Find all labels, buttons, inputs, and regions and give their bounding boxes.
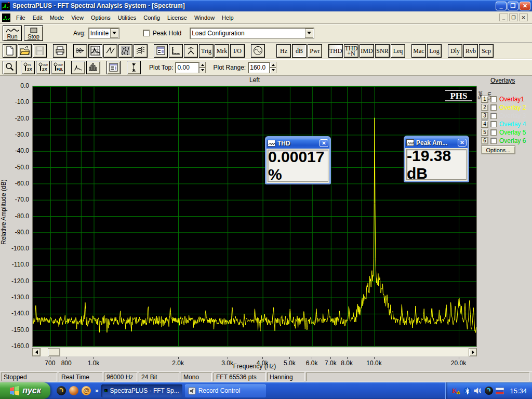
scp-button[interactable]: Scp xyxy=(479,44,494,58)
thd-n-button[interactable]: THD +N xyxy=(344,44,358,58)
peak-amplitude-window[interactable]: Peak Am... ✕ -19.38 dB xyxy=(404,136,469,182)
volume-icon[interactable] xyxy=(474,387,482,395)
scrollbar-thumb[interactable] xyxy=(48,348,60,356)
restore-button[interactable]: ❐ xyxy=(508,2,518,10)
db-button[interactable]: dB xyxy=(292,44,307,58)
scroll-left-button[interactable] xyxy=(32,348,41,356)
globe-icon[interactable] xyxy=(69,386,78,395)
line-plot-mode-button[interactable] xyxy=(71,61,85,74)
overlay-on-checkbox-6[interactable] xyxy=(490,138,497,144)
playback-button[interactable] xyxy=(73,44,87,58)
language-flag-icon[interactable] xyxy=(496,387,504,395)
vertical-scale-button[interactable] xyxy=(127,61,141,74)
menu-license[interactable]: License xyxy=(164,12,191,23)
overlay-on-checkbox-5[interactable] xyxy=(490,129,497,136)
leq-button[interactable]: Leq xyxy=(391,44,405,58)
peak-hold-checkbox[interactable] xyxy=(143,30,150,36)
load-configuration-combo[interactable]: Load Configuration xyxy=(190,28,314,39)
thd-close-icon[interactable]: ✕ xyxy=(320,139,328,147)
start-button[interactable]: пуск xyxy=(0,382,50,399)
combo-arrow-icon[interactable] xyxy=(305,29,313,38)
thd-button[interactable]: THD xyxy=(328,44,343,58)
mail-at-icon[interactable]: @ xyxy=(82,386,91,395)
zoom-in-2x-button[interactable]: IN2X xyxy=(21,61,35,74)
save-button[interactable] xyxy=(33,44,47,58)
spectrogram-view-button[interactable] xyxy=(118,44,132,58)
menu-mode[interactable]: Mode xyxy=(46,12,68,23)
menu-help[interactable]: Help xyxy=(218,12,237,23)
overlay-set-button-5[interactable]: 5 xyxy=(481,129,488,136)
close-button[interactable]: ✕ xyxy=(520,2,530,10)
spectrum-plot[interactable]: PHS xyxy=(32,86,477,347)
surface-view-button[interactable] xyxy=(134,44,148,58)
overlay-on-checkbox-2[interactable] xyxy=(490,104,497,111)
taskbar-task-spectraplus[interactable]: SpectraPLUS - FFT Sp... xyxy=(101,384,182,397)
menu-options[interactable]: Options xyxy=(87,12,114,23)
spectrum-view-button[interactable] xyxy=(88,44,102,58)
overlay-set-button-4[interactable]: 4 xyxy=(481,121,488,128)
plot-top-input[interactable]: 0.00 xyxy=(175,62,199,73)
thd-window[interactable]: THD ✕ 0.00017 % xyxy=(265,136,331,184)
menu-view[interactable]: View xyxy=(68,12,87,23)
menu-utilities[interactable]: Utilities xyxy=(114,12,140,23)
open-file-button[interactable] xyxy=(18,44,32,58)
overlay-set-button-3[interactable]: 3 xyxy=(481,112,488,119)
fast-forward-icon xyxy=(75,46,85,56)
scaling-button[interactable] xyxy=(169,44,183,58)
pwr-button[interactable]: Pwr xyxy=(308,44,322,58)
i-o-button[interactable]: I/O xyxy=(230,44,245,58)
quick-launch-overflow-chevron[interactable]: » xyxy=(95,387,99,394)
plot-options-button[interactable] xyxy=(107,61,121,74)
menu-file[interactable]: File xyxy=(12,12,29,23)
stop-button[interactable]: Stop xyxy=(24,25,43,41)
bluetooth-icon[interactable] xyxy=(463,387,471,395)
dly-button[interactable]: Dly xyxy=(448,44,462,58)
mdi-close-button[interactable]: ✕ xyxy=(519,14,528,21)
crescent-app-icon[interactable] xyxy=(485,387,493,395)
peak-close-icon[interactable]: ✕ xyxy=(458,139,467,147)
overlay-set-button-2[interactable]: 2 xyxy=(481,104,488,111)
log-button[interactable]: Log xyxy=(427,44,442,58)
run-button[interactable]: Run xyxy=(3,25,22,41)
mdi-minimize-button[interactable]: _ xyxy=(499,14,508,21)
zoom-out-full-button[interactable]: OUTFULL xyxy=(51,61,65,74)
overlay-on-checkbox-1[interactable] xyxy=(490,96,497,102)
taskbar-task-record-control[interactable]: Record Control xyxy=(185,384,266,397)
trig-button[interactable]: Trig xyxy=(199,44,214,58)
mrk-button[interactable]: Mrk xyxy=(215,44,229,58)
plot-top-spinner[interactable] xyxy=(199,62,206,73)
thd-window-titlebar[interactable]: THD ✕ xyxy=(267,138,329,149)
overlay-on-checkbox-3[interactable] xyxy=(490,113,497,119)
overlay-on-checkbox-4[interactable] xyxy=(490,121,497,127)
new-file-button[interactable] xyxy=(3,44,17,58)
menu-config[interactable]: Config xyxy=(140,12,164,23)
calibration-button[interactable] xyxy=(184,44,198,58)
time-series-view-button[interactable] xyxy=(103,44,117,58)
mdi-restore-button[interactable]: ❐ xyxy=(509,14,518,21)
menu-edit[interactable]: Edit xyxy=(29,12,46,23)
rvb-button[interactable]: Rvb xyxy=(463,44,478,58)
display-settings-button[interactable] xyxy=(154,44,168,58)
plot-range-input[interactable]: 160.0 xyxy=(248,62,270,73)
signal-generator-button[interactable] xyxy=(251,44,265,58)
bar-plot-mode-button[interactable] xyxy=(86,61,100,74)
browser-crescent-icon[interactable] xyxy=(57,386,66,395)
zoom-out-2x-button[interactable]: OUT2X xyxy=(36,61,50,74)
imd-button[interactable]: IMD xyxy=(360,44,374,58)
combo-arrow-icon[interactable] xyxy=(110,29,118,38)
hz-button[interactable]: Hz xyxy=(276,44,291,58)
frequency-scrollbar[interactable] xyxy=(32,348,477,356)
scroll-right-button[interactable] xyxy=(469,348,477,356)
menu-window[interactable]: Window xyxy=(191,12,218,23)
snr-button[interactable]: SNR xyxy=(375,44,390,58)
antivirus-icon[interactable]: K! xyxy=(452,387,460,395)
zoom-button[interactable] xyxy=(3,61,17,74)
minimize-button[interactable]: _ xyxy=(496,2,507,10)
print-button[interactable] xyxy=(53,44,67,58)
overlay-options-button[interactable]: Options... xyxy=(481,145,515,154)
averaging-combo[interactable]: Infinite xyxy=(88,28,119,39)
mac-button[interactable]: Mac xyxy=(411,44,426,58)
overlay-set-button-1[interactable]: 1 xyxy=(481,96,488,103)
overlay-set-button-6[interactable]: 6 xyxy=(481,137,488,144)
plot-range-spinner[interactable] xyxy=(270,62,276,73)
